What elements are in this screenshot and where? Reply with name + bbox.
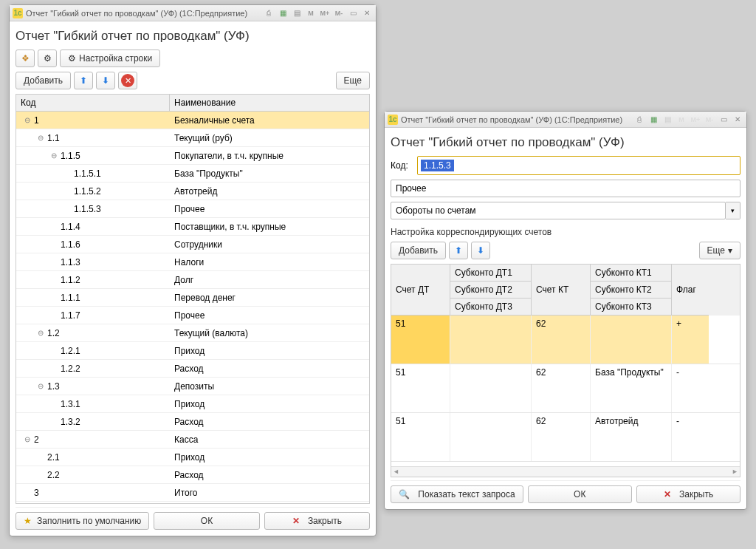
grid-cell[interactable]: 62 xyxy=(532,413,591,461)
close-icon[interactable]: ✕ xyxy=(361,7,373,19)
header-flag[interactable]: Флаг xyxy=(672,265,709,316)
tree-row[interactable]: 1.1.4Поставщики, в т.ч. крупные xyxy=(16,218,369,236)
grid-cell[interactable]: 62 xyxy=(532,316,591,364)
tree-row[interactable]: 1.1.3Налоги xyxy=(16,253,369,271)
tree-row[interactable]: 1.2.2Расход xyxy=(16,360,369,378)
more-button[interactable]: Еще ▾ xyxy=(699,242,740,259)
tree-toggle-icon[interactable]: ⊖ xyxy=(49,151,59,160)
delete-button[interactable]: ✕ xyxy=(118,72,137,89)
fill-default-button[interactable]: ★Заполнить по умолчанию xyxy=(16,512,149,530)
tree-row[interactable]: ⊖1.3Депозиты xyxy=(16,378,369,395)
close-icon[interactable]: ✕ xyxy=(732,114,743,126)
grid-cell[interactable]: 51 xyxy=(391,413,450,461)
grid-cell[interactable]: - xyxy=(672,364,709,412)
calendar-icon[interactable]: ▦ xyxy=(277,7,289,19)
tree-row[interactable]: 1.3.2Расход xyxy=(16,413,369,431)
grid-row[interactable]: 5162Автотрейд- xyxy=(391,413,740,462)
tree-row[interactable]: 1.1.5.2Автотрейд xyxy=(16,183,369,200)
move-up-button[interactable]: ⬆ xyxy=(449,242,468,259)
grid-cell[interactable] xyxy=(450,413,532,461)
chevron-down-icon: ▾ xyxy=(731,207,735,214)
tree-row[interactable]: 1.1.6Сотрудники xyxy=(16,236,369,253)
tree-row[interactable]: ⊖1.1.5Покупатели, в т.ч. крупные xyxy=(16,147,369,165)
tree-toggle-icon[interactable]: ⊖ xyxy=(22,116,32,124)
header-code[interactable]: Код xyxy=(16,95,170,111)
calc-icon[interactable]: ▤ xyxy=(662,114,673,126)
tree-row[interactable]: 1.1.5.1База "Продукты" xyxy=(16,165,369,183)
tree-toggle-icon[interactable]: ⊖ xyxy=(35,329,46,337)
header-sdt1[interactable]: Субконто ДТ1 xyxy=(450,265,531,282)
grid-cell[interactable] xyxy=(450,364,532,412)
grid-cell[interactable]: Автотрейд xyxy=(591,413,672,461)
print-icon[interactable]: ⎙ xyxy=(633,114,645,126)
tree-row[interactable]: 1.2.1Приход xyxy=(16,342,369,360)
show-query-button[interactable]: 🔍 Показать текст запроса xyxy=(391,485,523,503)
tree-row[interactable]: 1.1.7Прочее xyxy=(16,307,369,324)
grid-cell[interactable]: 51 xyxy=(391,364,450,412)
tree-row[interactable]: ⊖1.2Текущий (валюта) xyxy=(16,324,369,342)
move-down-button[interactable]: ⬇ xyxy=(471,242,490,259)
more-button[interactable]: Еще xyxy=(336,72,370,89)
add-button[interactable]: Добавить xyxy=(16,72,71,89)
calendar-icon[interactable]: ▦ xyxy=(647,114,659,126)
gear-icon-btn[interactable]: ⚙ xyxy=(38,50,57,67)
add-button[interactable]: Добавить xyxy=(391,242,446,259)
grid-cell[interactable]: - xyxy=(672,413,709,461)
tree-toggle-icon[interactable]: ⊖ xyxy=(22,435,32,443)
type-combo[interactable]: Обороты по счетам xyxy=(391,202,726,219)
grid-row[interactable]: 5162База "Продукты"- xyxy=(391,364,740,413)
combo-dropdown-button[interactable]: ▾ xyxy=(726,202,740,219)
tree-row[interactable]: ⊖2Касса xyxy=(16,431,369,449)
mminus-icon[interactable]: M- xyxy=(333,7,345,19)
ok-button[interactable]: ОК xyxy=(154,512,259,530)
tree-toggle-icon[interactable]: ⊖ xyxy=(35,134,46,142)
tree-row[interactable]: ⊖1.1Текущий (руб) xyxy=(16,129,369,147)
ok-button[interactable]: ОК xyxy=(528,485,632,503)
move-up-button[interactable]: ⬆ xyxy=(74,72,93,89)
header-sdt3[interactable]: Субконто ДТ3 xyxy=(450,299,531,315)
header-skt1[interactable]: Субконто КТ1 xyxy=(591,265,671,282)
grid-cell[interactable]: + xyxy=(672,316,709,364)
close-button[interactable]: ✕ Закрыть xyxy=(636,485,740,503)
tree-row[interactable]: ⊖1Безналичные счета xyxy=(16,112,369,129)
header-skt3[interactable]: Субконто КТ3 xyxy=(591,299,671,315)
row-settings-button[interactable]: ⚙Настройка строки xyxy=(60,50,160,67)
header-dt[interactable]: Счет ДТ xyxy=(391,265,450,316)
mplus-icon[interactable]: M+ xyxy=(319,7,331,19)
m-icon[interactable]: M xyxy=(676,114,687,126)
code-input[interactable]: 1.1.5.3 xyxy=(421,160,454,171)
tree-row[interactable]: 1.1.1Перевод денег xyxy=(16,289,369,307)
minimize-icon[interactable]: ▭ xyxy=(347,7,359,19)
tree-row[interactable]: 2.1Приход xyxy=(16,449,369,466)
minimize-icon[interactable]: ▭ xyxy=(718,114,729,126)
grid-cell[interactable] xyxy=(591,316,672,364)
print-icon[interactable]: ⎙ xyxy=(263,7,275,19)
header-kt[interactable]: Счет КТ xyxy=(532,265,591,316)
tree-body[interactable]: ⊖1Безналичные счета⊖1.1Текущий (руб)⊖1.1… xyxy=(16,111,370,504)
tree-row[interactable]: 1.3.1Приход xyxy=(16,395,369,413)
grid-cell[interactable]: 51 xyxy=(391,316,450,364)
tree-row[interactable]: 1.1.2Долг xyxy=(16,271,369,289)
header-name[interactable]: Наименование xyxy=(170,95,369,111)
header-sdt2[interactable]: Субконто ДТ2 xyxy=(450,282,531,299)
horizontal-scrollbar[interactable] xyxy=(391,466,740,477)
window-title: Отчет "Гибкий отчет по проводкам" (УФ) (… xyxy=(401,115,633,124)
header-skt2[interactable]: Субконто КТ2 xyxy=(591,282,671,299)
tree-row[interactable]: 3Итого xyxy=(16,484,369,502)
tree-row[interactable]: 1.1.5.3Прочее xyxy=(16,200,369,218)
mminus-icon[interactable]: M- xyxy=(704,114,715,126)
calc-icon[interactable]: ▤ xyxy=(291,7,303,19)
move-down-button[interactable]: ⬇ xyxy=(96,72,115,89)
name-input[interactable] xyxy=(391,180,740,197)
accounts-grid[interactable]: Счет ДТ Субконто ДТ1 Субконто ДТ2 Субкон… xyxy=(391,264,740,477)
m-icon[interactable]: M xyxy=(305,7,317,19)
grid-cell[interactable]: База "Продукты" xyxy=(591,364,672,412)
tree-toggle-icon[interactable]: ⊖ xyxy=(35,382,46,390)
layers-icon-btn[interactable]: ❖ xyxy=(16,50,35,67)
tree-row[interactable]: 2.2Расход xyxy=(16,466,369,484)
grid-cell[interactable]: 62 xyxy=(532,364,591,412)
mplus-icon[interactable]: M+ xyxy=(690,114,701,126)
grid-row[interactable]: 5162+ xyxy=(391,316,740,364)
grid-cell[interactable] xyxy=(450,316,532,364)
close-button[interactable]: ✕ Закрыть xyxy=(264,512,370,530)
